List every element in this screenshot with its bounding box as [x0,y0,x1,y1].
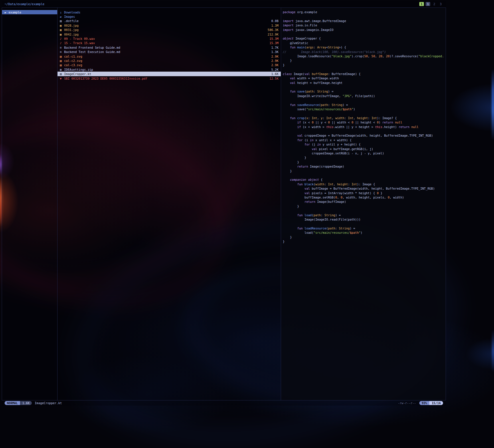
code-line [283,173,446,178]
code-line [283,14,446,19]
image-file-icon: ▧ [60,55,64,58]
file-row[interactable]: ▦0042.jpg212.9K [58,32,281,36]
file-size: 1.6K [269,72,278,76]
file-row[interactable]: ♪15 - Track 15.wav15.3M [58,41,281,45]
terminal-window: ~/Data/example/example 1123 ▰ example ↓D… [2,1,446,406]
file-row[interactable]: ▤.dotfile0.0B [58,19,281,23]
file-row[interactable]: ⊠IDEAsettings.zip5.2K [58,67,281,72]
code-line: fun crop(x: Int, y: Int, width: Int, hei… [283,116,446,120]
file-row[interactable]: ▧cal-c3.svg2.9K [58,63,281,67]
code-line [283,222,446,226]
code-line: import java.io.File [283,23,446,27]
code-line: if (x + width > this.width || y + height… [283,125,446,129]
file-row[interactable]: ▼SBI_0032013739_2023_DE05_0003155631Invo… [58,76,281,80]
code-line: if (x < 0 || y < 0 || width < 0 || heigh… [283,120,446,125]
code-line: fun save(path: String) = [283,89,446,94]
image-file-icon: ▦ [60,33,64,36]
file-row[interactable]: ↓Downloads [58,10,281,14]
image-file-icon: ▧ [60,59,64,62]
code-line [283,111,446,116]
code-line [283,67,446,72]
wallpaper-edge-streak [492,329,494,372]
file-row[interactable]: ▧cal-c1.svg2.9K [58,54,281,58]
file-list-pane: ↓Downloads▰Images▤.dotfile0.0B▦0028.jpg1… [58,8,281,400]
code-preview: package org.example import java.awt.imag… [283,10,446,244]
file-row[interactable]: ≡Backend_Frontend_Setup_Guide.md1.7K [58,45,281,50]
sidebar-item-example[interactable]: ▰ example [2,10,57,14]
file-row[interactable]: ≡Backend_Test_Execution_Guide.md1.3K [58,50,281,54]
code-line: buffImage.setRGB(0, 0, width, height, pi… [283,195,446,200]
file-name: .dotfile [64,19,79,23]
code-line: companion object { [283,178,446,182]
file-name: cal-c3.svg [64,63,82,67]
file-name: Images [64,15,75,18]
tab-2[interactable]: 1 [426,2,430,6]
code-line: fun load(path: String) = [283,213,446,217]
archive-file-icon: ⊠ [60,68,64,71]
mode-badge: NORMAL [5,401,20,405]
code-line: val buffImage = BufferedImage(width, hei… [283,186,446,191]
tab-3[interactable]: 2 [432,2,436,6]
tab-4[interactable]: 3 [438,2,443,6]
file-name: Downloads [64,11,80,14]
code-line: return Image(buffImage) [283,200,446,204]
top-bar: ~/Data/example/example 1123 [2,1,446,7]
file-row[interactable]: ♪09 - Track 09.wav15.3M [58,36,281,41]
panes: ▰ example ↓Downloads▰Images▤.dotfile0.0B… [2,7,446,400]
code-line: val croppedImage = BufferedImage(width, … [283,133,446,138]
code-line: for (j in y until y + height) { [283,142,446,147]
audio-file-icon: ♪ [60,37,64,40]
file-row[interactable]: ▦0031.jpg586.3K [58,28,281,32]
file-size: 2.9K [269,63,278,67]
code-line: class Image(val buffImage: BufferedImage… [283,72,446,76]
code-line: } [283,169,446,173]
status-bar: NORMAL 1.6K ImageCropper.kt -rw-r--r-- 9… [2,400,446,405]
audio-file-icon: ♪ [60,41,64,45]
file-size: 586.3K [265,28,278,32]
code-line: package org.example [283,10,446,14]
file-size: 15.3M [267,37,278,40]
code-line: val width = buffImage.width [283,76,446,80]
file-row[interactable]: ▤ImageCropper.kt1.6K [58,72,281,76]
code-line: } [283,239,446,244]
code-line [283,98,446,103]
code-line: for (i in x until x + width) { [283,138,446,142]
code-line: ImageIO.write(buffImage, "JPG", File(pat… [283,94,446,98]
code-line: fun loadResource(path: String) = [283,226,446,231]
code-line: fun black(width: Int, height: Int): Imag… [283,182,446,186]
file-name: 0031.jpg [64,28,79,32]
file-name: SBI_0032013739_2023_DE05_0003155631Invoi… [64,77,147,80]
file-row[interactable]: ▰Images [58,14,281,19]
file-row[interactable]: ▧cal-c2.svg2.9K [58,58,281,63]
file-name: IDEAsettings.zip [64,68,93,71]
code-line: Image.loadResource("black.jpg").crop(50,… [283,54,446,58]
file-row[interactable]: ▦0028.jpg1.3M [58,23,281,27]
file-name: 0042.jpg [64,33,79,36]
image-file-icon: ▧ [60,63,64,67]
scroll-percent-badge: 93% [419,401,429,405]
file-size: 1.3M [269,24,278,27]
file-size: 1.3K [269,50,278,54]
code-line [283,85,446,89]
file-size: 1.7K [269,46,278,49]
file-name: 15 - Track 15.wav [64,41,95,45]
file-name: 0028.jpg [64,24,79,27]
code-line: val pixel = buffImage.getRGB(i, j) [283,147,446,151]
code-line [283,129,446,133]
file-size: 15.3M [267,41,278,45]
download-icon: ↓ [60,11,64,14]
tab-1[interactable]: 1 [419,2,424,6]
folder-icon: ▰ [4,11,9,14]
code-line: } [283,63,446,67]
code-line: } [283,160,446,164]
file-size: 212.9K [265,33,278,36]
pdf-file-icon: ▼ [60,77,64,80]
wallpaper-edge-streak [492,69,494,140]
image-file-icon: ▦ [60,24,64,27]
code-line: } [283,235,446,239]
markdown-file-icon: ≡ [60,50,64,54]
file-size: 5.2K [269,68,278,71]
code-line: } [283,156,446,160]
file-name: Backend_Test_Execution_Guide.md [64,50,120,54]
file-name: ImageCropper.kt [64,72,91,76]
